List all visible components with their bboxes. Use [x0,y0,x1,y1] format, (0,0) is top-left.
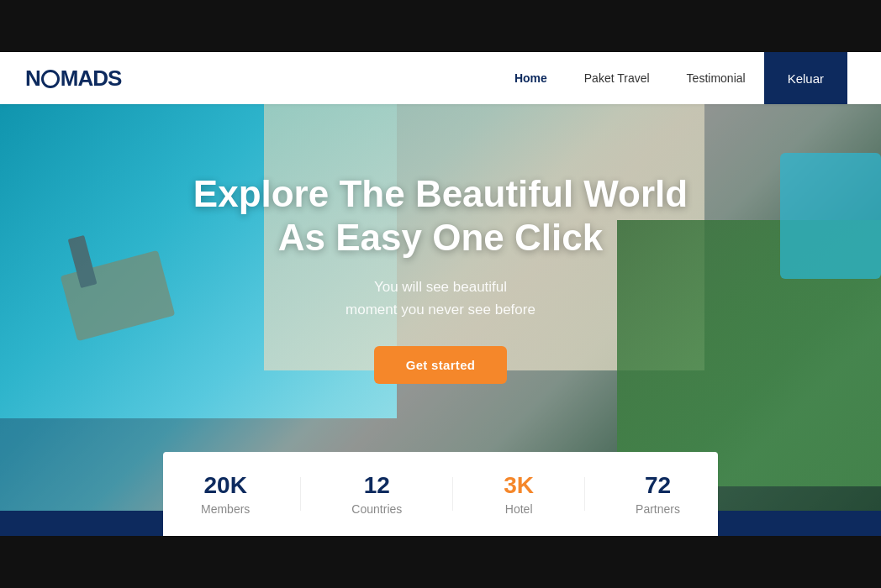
hero-subtitle-line1: You will see beautiful [374,279,507,295]
nav-link-testimonial[interactable]: Testimonial [668,52,764,104]
hero-title-line1: Explore The Beautiful World [193,173,688,214]
stat-members-label: Members [201,502,250,516]
main-content: N MADS Home Paket Travel Testimonial Kel… [0,52,881,536]
stat-hotel: 3K Hotel [478,472,559,516]
hero-subtitle-line2: moment you never see before [346,302,535,318]
stat-countries-label: Countries [351,502,402,516]
stat-countries-number: 12 [364,472,390,499]
navbar: N MADS Home Paket Travel Testimonial Kel… [0,52,881,104]
hero-title: Explore The Beautiful World As Easy One … [193,172,688,261]
stat-divider-3 [584,477,585,511]
stat-members: 20K Members [176,472,275,516]
stat-divider-2 [452,477,453,511]
logo-o-icon [41,70,60,88]
nav-link-paket-travel[interactable]: Paket Travel [566,52,668,104]
stat-members-number: 20K [203,472,246,499]
top-black-bar [0,0,881,52]
get-started-button[interactable]: Get started [374,346,508,384]
logo-text-n: N [25,66,40,92]
hero-title-line2: As Easy One Click [278,217,603,258]
stats-bar: 20K Members 12 Countries 3K Hotel 72 Par… [163,452,718,536]
stat-hotel-number: 3K [504,472,534,499]
stat-divider-1 [300,477,301,511]
stat-partners: 72 Partners [610,472,705,516]
hero-subtitle: You will see beautiful moment you never … [346,276,535,321]
stat-partners-number: 72 [645,472,671,499]
stat-hotel-label: Hotel [505,502,533,516]
stat-partners-label: Partners [636,502,680,516]
bottom-black-bar [0,536,881,588]
hero-content: Explore The Beautiful World As Easy One … [0,104,881,452]
logo-text-mads: MADS [61,66,122,92]
stat-countries: 12 Countries [326,472,427,516]
nav-link-home[interactable]: Home [496,52,566,104]
nav-links: Home Paket Travel Testimonial Keluar [496,52,847,104]
keluar-button[interactable]: Keluar [764,52,847,104]
logo: N MADS [25,66,121,92]
